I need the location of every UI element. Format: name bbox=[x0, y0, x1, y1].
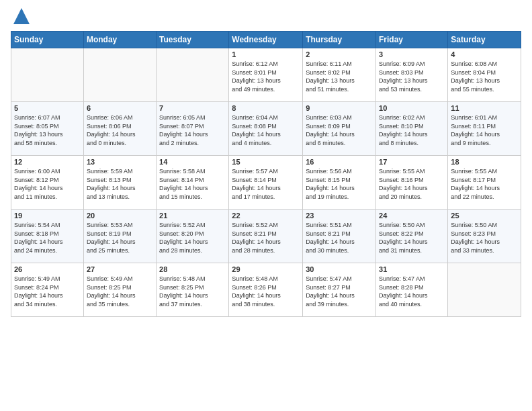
weekday-header: Saturday bbox=[448, 32, 521, 48]
calendar-cell: 26Sunrise: 5:49 AM Sunset: 8:24 PM Dayli… bbox=[11, 263, 84, 317]
day-info: Sunrise: 6:11 AM Sunset: 8:02 PM Dayligh… bbox=[306, 60, 373, 93]
day-number: 19 bbox=[14, 212, 81, 220]
calendar-cell: 30Sunrise: 5:47 AM Sunset: 8:27 PM Dayli… bbox=[303, 263, 376, 317]
svg-marker-0 bbox=[13, 8, 30, 24]
calendar-cell: 13Sunrise: 5:59 AM Sunset: 8:13 PM Dayli… bbox=[83, 156, 156, 210]
calendar-cell: 7Sunrise: 6:05 AM Sunset: 8:07 PM Daylig… bbox=[157, 102, 229, 156]
calendar-cell: 8Sunrise: 6:04 AM Sunset: 8:08 PM Daylig… bbox=[229, 102, 303, 156]
calendar-cell: 31Sunrise: 5:47 AM Sunset: 8:28 PM Dayli… bbox=[376, 263, 448, 317]
day-number: 17 bbox=[379, 158, 445, 166]
day-info: Sunrise: 6:06 AM Sunset: 8:06 PM Dayligh… bbox=[87, 113, 153, 147]
calendar-cell bbox=[11, 48, 84, 102]
day-info: Sunrise: 6:09 AM Sunset: 8:03 PM Dayligh… bbox=[379, 60, 445, 93]
day-number: 5 bbox=[14, 104, 81, 112]
day-info: Sunrise: 6:05 AM Sunset: 8:07 PM Dayligh… bbox=[159, 113, 226, 147]
day-number: 18 bbox=[451, 158, 518, 166]
day-number: 1 bbox=[232, 50, 300, 58]
day-info: Sunrise: 5:50 AM Sunset: 8:22 PM Dayligh… bbox=[379, 221, 445, 255]
logo bbox=[11, 7, 31, 26]
calendar-cell: 6Sunrise: 6:06 AM Sunset: 8:06 PM Daylig… bbox=[83, 102, 156, 156]
day-number: 7 bbox=[159, 104, 226, 112]
day-info: Sunrise: 5:53 AM Sunset: 8:19 PM Dayligh… bbox=[87, 221, 153, 255]
calendar-header-row: SundayMondayTuesdayWednesdayThursdayFrid… bbox=[11, 32, 521, 48]
day-info: Sunrise: 5:52 AM Sunset: 8:20 PM Dayligh… bbox=[159, 221, 226, 255]
day-number: 20 bbox=[87, 212, 153, 220]
day-number: 15 bbox=[232, 158, 300, 166]
calendar-cell: 4Sunrise: 6:08 AM Sunset: 8:04 PM Daylig… bbox=[448, 48, 521, 102]
calendar-cell: 21Sunrise: 5:52 AM Sunset: 8:20 PM Dayli… bbox=[157, 210, 229, 263]
day-number: 31 bbox=[379, 265, 445, 273]
logo-icon bbox=[12, 7, 31, 26]
calendar-cell: 12Sunrise: 6:00 AM Sunset: 8:12 PM Dayli… bbox=[11, 156, 84, 210]
calendar-week-row: 5Sunrise: 6:07 AM Sunset: 8:05 PM Daylig… bbox=[11, 102, 521, 156]
day-number: 8 bbox=[232, 104, 300, 112]
day-info: Sunrise: 5:58 AM Sunset: 8:14 PM Dayligh… bbox=[159, 167, 226, 201]
day-number: 12 bbox=[14, 158, 81, 166]
calendar-cell: 1Sunrise: 6:12 AM Sunset: 8:01 PM Daylig… bbox=[229, 48, 303, 102]
day-number: 23 bbox=[306, 212, 373, 220]
calendar-cell: 29Sunrise: 5:48 AM Sunset: 8:26 PM Dayli… bbox=[229, 263, 303, 317]
day-number: 27 bbox=[87, 265, 153, 273]
calendar-cell bbox=[83, 48, 156, 102]
day-info: Sunrise: 6:04 AM Sunset: 8:08 PM Dayligh… bbox=[232, 113, 300, 147]
day-number: 6 bbox=[87, 104, 153, 112]
day-number: 29 bbox=[232, 265, 300, 273]
day-info: Sunrise: 5:50 AM Sunset: 8:23 PM Dayligh… bbox=[451, 221, 518, 255]
day-info: Sunrise: 5:49 AM Sunset: 8:25 PM Dayligh… bbox=[87, 275, 153, 308]
day-number: 28 bbox=[159, 265, 226, 273]
day-number: 9 bbox=[306, 104, 373, 112]
page: SundayMondayTuesdayWednesdayThursdayFrid… bbox=[0, 0, 532, 324]
calendar-cell: 14Sunrise: 5:58 AM Sunset: 8:14 PM Dayli… bbox=[157, 156, 229, 210]
day-number: 22 bbox=[232, 212, 300, 220]
day-info: Sunrise: 6:08 AM Sunset: 8:04 PM Dayligh… bbox=[451, 60, 518, 93]
day-info: Sunrise: 5:54 AM Sunset: 8:18 PM Dayligh… bbox=[14, 221, 81, 255]
day-info: Sunrise: 6:02 AM Sunset: 8:10 PM Dayligh… bbox=[379, 113, 445, 147]
calendar-cell: 28Sunrise: 5:48 AM Sunset: 8:25 PM Dayli… bbox=[157, 263, 229, 317]
calendar-cell: 10Sunrise: 6:02 AM Sunset: 8:10 PM Dayli… bbox=[376, 102, 448, 156]
day-info: Sunrise: 5:47 AM Sunset: 8:27 PM Dayligh… bbox=[306, 275, 373, 308]
calendar-cell: 20Sunrise: 5:53 AM Sunset: 8:19 PM Dayli… bbox=[83, 210, 156, 263]
day-number: 10 bbox=[379, 104, 445, 112]
weekday-header: Monday bbox=[83, 32, 156, 48]
day-info: Sunrise: 5:48 AM Sunset: 8:26 PM Dayligh… bbox=[232, 275, 300, 308]
day-info: Sunrise: 6:03 AM Sunset: 8:09 PM Dayligh… bbox=[306, 113, 373, 147]
day-info: Sunrise: 5:57 AM Sunset: 8:14 PM Dayligh… bbox=[232, 167, 300, 201]
day-number: 14 bbox=[159, 158, 226, 166]
day-number: 11 bbox=[451, 104, 518, 112]
day-number: 13 bbox=[87, 158, 153, 166]
day-info: Sunrise: 5:55 AM Sunset: 8:16 PM Dayligh… bbox=[379, 167, 445, 201]
day-info: Sunrise: 5:52 AM Sunset: 8:21 PM Dayligh… bbox=[232, 221, 300, 255]
calendar-cell: 22Sunrise: 5:52 AM Sunset: 8:21 PM Dayli… bbox=[229, 210, 303, 263]
day-info: Sunrise: 6:07 AM Sunset: 8:05 PM Dayligh… bbox=[14, 113, 81, 147]
header bbox=[11, 7, 521, 26]
day-number: 21 bbox=[159, 212, 226, 220]
day-info: Sunrise: 6:12 AM Sunset: 8:01 PM Dayligh… bbox=[232, 60, 300, 93]
calendar-cell: 2Sunrise: 6:11 AM Sunset: 8:02 PM Daylig… bbox=[303, 48, 376, 102]
calendar-week-row: 19Sunrise: 5:54 AM Sunset: 8:18 PM Dayli… bbox=[11, 210, 521, 263]
calendar-week-row: 12Sunrise: 6:00 AM Sunset: 8:12 PM Dayli… bbox=[11, 156, 521, 210]
day-info: Sunrise: 6:01 AM Sunset: 8:11 PM Dayligh… bbox=[451, 113, 518, 147]
calendar-cell: 15Sunrise: 5:57 AM Sunset: 8:14 PM Dayli… bbox=[229, 156, 303, 210]
day-info: Sunrise: 5:56 AM Sunset: 8:15 PM Dayligh… bbox=[306, 167, 373, 201]
day-number: 24 bbox=[379, 212, 445, 220]
calendar-cell: 5Sunrise: 6:07 AM Sunset: 8:05 PM Daylig… bbox=[11, 102, 84, 156]
day-number: 25 bbox=[451, 212, 518, 220]
day-info: Sunrise: 5:49 AM Sunset: 8:24 PM Dayligh… bbox=[14, 275, 81, 308]
calendar-week-row: 26Sunrise: 5:49 AM Sunset: 8:24 PM Dayli… bbox=[11, 263, 521, 317]
day-number: 2 bbox=[306, 50, 373, 58]
calendar-cell: 27Sunrise: 5:49 AM Sunset: 8:25 PM Dayli… bbox=[83, 263, 156, 317]
day-number: 30 bbox=[306, 265, 373, 273]
calendar-cell: 11Sunrise: 6:01 AM Sunset: 8:11 PM Dayli… bbox=[448, 102, 521, 156]
calendar-cell: 9Sunrise: 6:03 AM Sunset: 8:09 PM Daylig… bbox=[303, 102, 376, 156]
day-number: 4 bbox=[451, 50, 518, 58]
day-info: Sunrise: 5:47 AM Sunset: 8:28 PM Dayligh… bbox=[379, 275, 445, 308]
calendar-cell bbox=[448, 263, 521, 317]
weekday-header: Sunday bbox=[11, 32, 84, 48]
weekday-header: Tuesday bbox=[157, 32, 229, 48]
calendar-week-row: 1Sunrise: 6:12 AM Sunset: 8:01 PM Daylig… bbox=[11, 48, 521, 102]
weekday-header: Wednesday bbox=[229, 32, 303, 48]
calendar-cell: 25Sunrise: 5:50 AM Sunset: 8:23 PM Dayli… bbox=[448, 210, 521, 263]
calendar-cell: 17Sunrise: 5:55 AM Sunset: 8:16 PM Dayli… bbox=[376, 156, 448, 210]
calendar: SundayMondayTuesdayWednesdayThursdayFrid… bbox=[11, 31, 521, 317]
calendar-cell bbox=[157, 48, 229, 102]
